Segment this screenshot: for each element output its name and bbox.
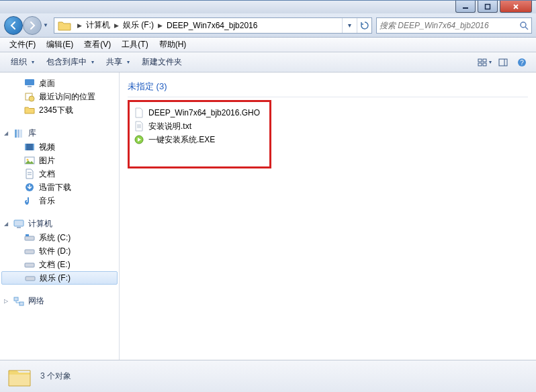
drive-icon bbox=[24, 246, 35, 256]
sidebar-head-label: 网络 bbox=[28, 295, 44, 307]
close-button[interactable] bbox=[500, 1, 532, 13]
share-button[interactable]: 共享 bbox=[101, 54, 135, 70]
address-bar[interactable]: ▶ 计算机 ▶ 娱乐 (F:) ▶ DEEP_Win7x64_bjb2016 ▾ bbox=[54, 17, 372, 34]
svg-point-17 bbox=[29, 96, 34, 101]
sidebar-item-documents[interactable]: 文档 bbox=[0, 167, 119, 181]
svg-rect-22 bbox=[25, 144, 26, 150]
sidebar-head-network[interactable]: ▷ 网络 bbox=[0, 294, 119, 308]
sidebar-head-libraries[interactable]: ◢ 库 bbox=[0, 126, 119, 140]
music-icon bbox=[24, 195, 35, 206]
desktop-icon bbox=[24, 78, 35, 89]
collapse-icon: ◢ bbox=[4, 130, 8, 136]
text-file-icon bbox=[134, 121, 144, 132]
view-options-button[interactable] bbox=[476, 55, 493, 70]
back-button[interactable] bbox=[4, 16, 23, 35]
crumb-root-dropdown[interactable]: ▶ bbox=[75, 22, 85, 29]
collapse-icon: ◢ bbox=[4, 221, 8, 227]
new-folder-button[interactable]: 新建文件夹 bbox=[136, 54, 187, 70]
sidebar-item-music[interactable]: 音乐 bbox=[0, 194, 119, 207]
search-box[interactable] bbox=[376, 17, 532, 34]
svg-rect-9 bbox=[483, 63, 486, 66]
nav-bar: ▼ ▶ 计算机 ▶ 娱乐 (F:) ▶ DEEP_Win7x64_bjb2016… bbox=[0, 13, 536, 38]
breadcrumb-folder[interactable]: DEEP_Win7x64_bjb2016 bbox=[165, 18, 259, 33]
svg-rect-7 bbox=[483, 59, 486, 62]
search-input[interactable] bbox=[379, 21, 531, 30]
window-controls bbox=[455, 1, 532, 13]
crumb-sep-icon[interactable]: ▶ bbox=[111, 22, 122, 29]
preview-pane-button[interactable] bbox=[494, 55, 512, 70]
library-icon bbox=[13, 128, 24, 139]
sidebar-item-drive-e[interactable]: 文档 (E:) bbox=[0, 258, 119, 271]
network-icon bbox=[13, 296, 24, 307]
status-text: 3 个对象 bbox=[40, 371, 71, 382]
crumb-sep-icon[interactable]: ▶ bbox=[155, 22, 165, 29]
address-dropdown[interactable]: ▾ bbox=[342, 18, 357, 33]
file-item[interactable]: DEEP_Win7x64_bjb2016.GHO bbox=[131, 106, 268, 119]
sidebar-item-drive-d[interactable]: 软件 (D:) bbox=[0, 244, 119, 258]
menu-help[interactable]: 帮助(H) bbox=[154, 38, 192, 52]
svg-rect-34 bbox=[25, 250, 34, 254]
svg-rect-31 bbox=[17, 227, 21, 228]
expand-icon: ▷ bbox=[4, 298, 8, 304]
svg-line-5 bbox=[525, 27, 528, 30]
file-list-highlight-box: DEEP_Win7x64_bjb2016.GHO 安装说明.txt 一键安装系统… bbox=[128, 100, 271, 168]
sidebar-item-pictures[interactable]: 图片 bbox=[0, 154, 119, 167]
svg-rect-33 bbox=[26, 234, 29, 236]
maximize-button[interactable] bbox=[478, 1, 498, 13]
file-name: 一键安装系统.EXE bbox=[148, 134, 215, 146]
nav-group-network: ▷ 网络 bbox=[0, 294, 119, 308]
menu-edit[interactable]: 编辑(E) bbox=[41, 38, 79, 52]
sidebar-item-label: 软件 (D:) bbox=[39, 246, 71, 257]
sidebar-item-2345[interactable]: 2345下载 bbox=[0, 103, 119, 117]
drive-icon bbox=[24, 232, 35, 243]
navigation-pane[interactable]: 桌面 最近访问的位置 2345下载 ◢ 库 视频 图 bbox=[0, 72, 120, 360]
refresh-button[interactable] bbox=[357, 18, 371, 33]
include-in-library-button[interactable]: 包含到库中 bbox=[41, 54, 99, 70]
file-name: DEEP_Win7x64_bjb2016.GHO bbox=[148, 108, 260, 117]
file-item[interactable]: 一键安装系统.EXE bbox=[131, 133, 268, 146]
sidebar-item-drive-c[interactable]: 系统 (C:) bbox=[0, 231, 119, 244]
menu-view[interactable]: 查看(V) bbox=[79, 38, 116, 52]
svg-rect-21 bbox=[25, 144, 34, 150]
history-dropdown[interactable]: ▼ bbox=[42, 16, 50, 35]
folder-icon bbox=[24, 105, 35, 115]
svg-rect-8 bbox=[478, 63, 482, 66]
sidebar-item-label: 最近访问的位置 bbox=[39, 91, 95, 103]
search-icon bbox=[519, 21, 529, 30]
folder-icon bbox=[57, 18, 72, 33]
sidebar-head-computer[interactable]: ◢ 计算机 bbox=[0, 217, 119, 231]
file-name: 安装说明.txt bbox=[148, 121, 191, 132]
help-button[interactable]: ? bbox=[513, 55, 531, 70]
sidebar-item-drive-f[interactable]: 娱乐 (F:) bbox=[1, 271, 118, 285]
breadcrumb-drive[interactable]: 娱乐 (F:) bbox=[122, 18, 155, 33]
sidebar-item-label: 娱乐 (F:) bbox=[40, 273, 71, 284]
svg-rect-1 bbox=[486, 4, 490, 9]
svg-rect-23 bbox=[33, 144, 34, 150]
nav-group-favorites: 桌面 最近访问的位置 2345下载 bbox=[0, 77, 119, 117]
breadcrumb-computer[interactable]: 计算机 bbox=[85, 18, 111, 33]
window-titlebar bbox=[0, 0, 536, 13]
group-header[interactable]: 未指定 (3) bbox=[128, 78, 528, 97]
svg-point-29 bbox=[26, 202, 28, 205]
sidebar-item-label: 文档 (E:) bbox=[39, 259, 71, 271]
file-item[interactable]: 安装说明.txt bbox=[131, 119, 268, 133]
forward-button[interactable] bbox=[23, 16, 42, 35]
recent-icon bbox=[24, 91, 35, 102]
status-bar: 3 个对象 bbox=[0, 360, 536, 392]
minimize-button[interactable] bbox=[455, 1, 476, 13]
menu-file[interactable]: 文件(F) bbox=[4, 38, 41, 52]
sidebar-item-label: 2345下载 bbox=[39, 105, 73, 116]
sidebar-item-xunlei[interactable]: 迅雷下载 bbox=[0, 181, 119, 194]
svg-rect-32 bbox=[25, 236, 34, 240]
sidebar-item-recent[interactable]: 最近访问的位置 bbox=[0, 90, 119, 103]
file-list-pane[interactable]: 未指定 (3) DEEP_Win7x64_bjb2016.GHO 安装说明.tx… bbox=[120, 72, 536, 360]
exe-icon bbox=[134, 134, 144, 145]
sidebar-item-videos[interactable]: 视频 bbox=[0, 140, 119, 154]
nav-arrows: ▼ bbox=[4, 16, 50, 35]
document-icon bbox=[24, 168, 35, 179]
svg-rect-10 bbox=[499, 59, 507, 66]
organize-button[interactable]: 组织 bbox=[5, 54, 40, 70]
file-icon bbox=[134, 107, 144, 118]
sidebar-item-desktop[interactable]: 桌面 bbox=[0, 77, 119, 90]
menu-tools[interactable]: 工具(T) bbox=[116, 38, 153, 52]
